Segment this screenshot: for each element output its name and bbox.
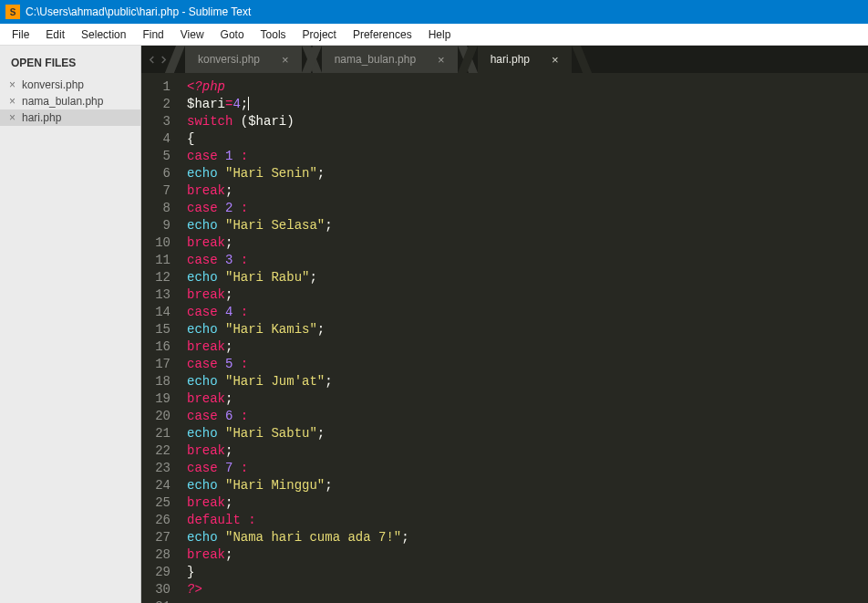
code-line[interactable]: break;	[187, 338, 868, 356]
code-line[interactable]	[187, 598, 868, 603]
code-line[interactable]: echo "Hari Selasa";	[187, 217, 868, 234]
token-kw: break	[187, 391, 225, 406]
code-line[interactable]: echo "Hari Minggu";	[187, 477, 868, 494]
token-kw: case	[187, 305, 225, 319]
line-number: 4	[141, 130, 178, 148]
tab[interactable]: konversi.php×	[185, 46, 302, 73]
title-path: C:\Users\ahmad\public\hari.php - Sublime…	[26, 5, 251, 18]
code-line[interactable]: ?>	[187, 581, 868, 598]
code-line[interactable]: echo "Hari Jum'at";	[187, 373, 868, 390]
line-gutter: 1234567891011121314151617181920212223242…	[141, 73, 178, 603]
line-number: 27	[141, 529, 178, 546]
close-icon[interactable]: ×	[9, 78, 22, 91]
code-line[interactable]: break;	[187, 494, 868, 512]
close-icon[interactable]: ×	[9, 95, 22, 108]
line-number: 26	[141, 512, 178, 529]
token-func: echo	[187, 426, 225, 441]
token-punc: {	[187, 131, 194, 146]
token-func: echo	[187, 218, 225, 233]
code-line[interactable]: break;	[187, 546, 868, 564]
token-kw: break	[187, 339, 225, 354]
line-number: 30	[141, 581, 178, 598]
menu-file[interactable]: File	[4, 26, 37, 43]
token-tag: ?>	[187, 582, 202, 597]
line-number: 9	[141, 217, 178, 234]
token-kw: case	[187, 253, 225, 267]
token-punc: (	[241, 114, 248, 129]
line-number: 21	[141, 425, 178, 442]
code-line[interactable]: case 3 :	[187, 252, 868, 269]
code-line[interactable]: switch ($hari)	[187, 113, 868, 130]
menu-preferences[interactable]: Preferences	[345, 26, 420, 43]
token-str: "Hari Minggu"	[225, 478, 325, 493]
code-line[interactable]: echo "Hari Rabu";	[187, 269, 868, 286]
line-number: 3	[141, 113, 178, 130]
menu-edit[interactable]: Edit	[37, 26, 73, 43]
code-line[interactable]: break;	[187, 182, 868, 200]
line-number: 12	[141, 269, 178, 286]
tab[interactable]: hari.php×	[478, 46, 572, 73]
line-number: 28	[141, 546, 178, 564]
code-line[interactable]: echo "Hari Kamis";	[187, 321, 868, 338]
code-line[interactable]: echo "Hari Sabtu";	[187, 425, 868, 442]
close-icon[interactable]: ×	[9, 111, 22, 124]
tab-label: hari.php	[491, 53, 530, 66]
code-line[interactable]: $hari=4;	[187, 96, 868, 113]
line-number: 15	[141, 321, 178, 338]
line-number: 25	[141, 494, 178, 512]
open-files-heading: OPEN FILES	[0, 53, 140, 77]
menu-help[interactable]: Help	[420, 26, 460, 43]
token-punc: ;	[325, 374, 332, 389]
close-icon[interactable]: ×	[552, 53, 559, 67]
line-number: 24	[141, 477, 178, 494]
close-icon[interactable]: ×	[282, 53, 289, 67]
code-line[interactable]: break;	[187, 442, 868, 460]
code-line[interactable]: case 5 :	[187, 356, 868, 373]
text-cursor	[248, 97, 249, 110]
menu-goto[interactable]: Goto	[212, 26, 253, 43]
open-file-name: nama_bulan.php	[22, 95, 103, 108]
line-number: 16	[141, 338, 178, 356]
tab[interactable]: nama_bulan.php×	[322, 46, 458, 73]
code-line[interactable]: default :	[187, 512, 868, 529]
code-line[interactable]: {	[187, 130, 868, 148]
open-file-item[interactable]: ×nama_bulan.php	[0, 93, 140, 109]
menu-selection[interactable]: Selection	[73, 26, 134, 43]
code-line[interactable]: case 7 :	[187, 460, 868, 477]
menu-find[interactable]: Find	[134, 26, 171, 43]
code-area[interactable]: 1234567891011121314151617181920212223242…	[141, 73, 868, 603]
line-number: 6	[141, 165, 178, 182]
token-str: "Hari Kamis"	[225, 322, 317, 337]
code-line[interactable]: echo "Nama hari cuma ada 7!";	[187, 529, 868, 546]
code-line[interactable]: echo "Hari Senin";	[187, 165, 868, 182]
menu-tools[interactable]: Tools	[253, 26, 294, 43]
open-file-item[interactable]: ×hari.php	[0, 109, 140, 126]
token-punc: }	[187, 565, 194, 579]
code-line[interactable]: case 1 :	[187, 148, 868, 165]
code-line[interactable]: case 4 :	[187, 304, 868, 321]
menu-view[interactable]: View	[172, 26, 212, 43]
token-punc: ;	[241, 97, 248, 111]
titlebar[interactable]: S C:\Users\ahmad\public\hari.php - Subli…	[0, 0, 868, 24]
token-op: :	[241, 253, 248, 267]
token-kw: break	[187, 235, 225, 250]
code-content[interactable]: <?php$hari=4;switch ($hari){case 1 :echo…	[178, 73, 868, 603]
token-num: 4	[232, 97, 240, 111]
code-line[interactable]: }	[187, 564, 868, 581]
token-str: "Hari Jum'at"	[225, 374, 325, 389]
close-icon[interactable]: ×	[438, 53, 445, 67]
token-op: :	[241, 201, 248, 215]
token-var	[232, 305, 240, 319]
code-line[interactable]: case 6 :	[187, 408, 868, 425]
token-punc: )	[286, 114, 294, 129]
token-op: :	[241, 409, 248, 423]
code-line[interactable]: case 2 :	[187, 200, 868, 217]
code-line[interactable]: break;	[187, 286, 868, 304]
open-file-item[interactable]: ×konversi.php	[0, 77, 140, 93]
code-line[interactable]: <?php	[187, 78, 868, 96]
menu-project[interactable]: Project	[294, 26, 345, 43]
code-line[interactable]: break;	[187, 234, 868, 252]
token-punc: ;	[325, 478, 332, 493]
open-file-name: konversi.php	[22, 78, 84, 91]
code-line[interactable]: break;	[187, 390, 868, 408]
